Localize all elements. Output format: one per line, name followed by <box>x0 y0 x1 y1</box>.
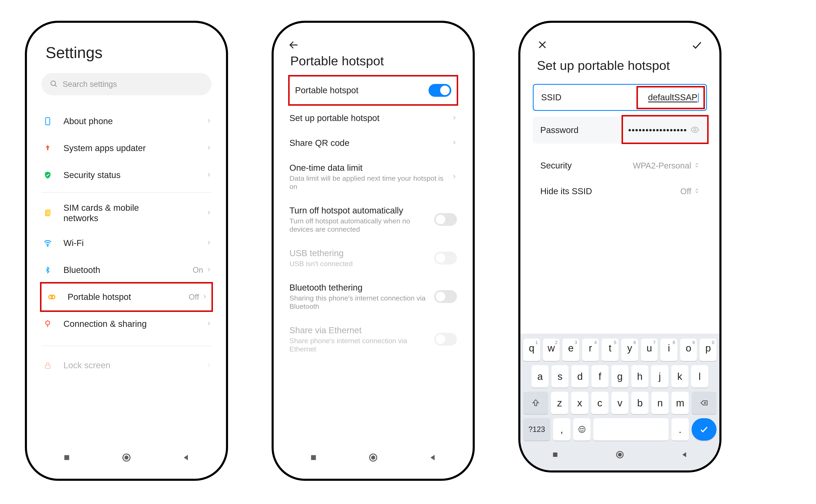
key-y[interactable]: y6 <box>621 339 638 361</box>
key-s[interactable]: s <box>552 365 569 388</box>
ssid-value[interactable]: defaultSSAP <box>648 92 699 103</box>
hide-ssid-row[interactable]: Hide its SSID Off <box>533 181 707 202</box>
key-p[interactable]: p0 <box>700 339 717 361</box>
usb-tethering-toggle <box>434 252 457 264</box>
key-f[interactable]: f <box>592 365 609 388</box>
nav-home-icon[interactable] <box>122 453 131 463</box>
eye-icon[interactable] <box>690 125 700 135</box>
key-e[interactable]: e3 <box>563 339 579 361</box>
key-r[interactable]: r4 <box>582 339 599 361</box>
key-q[interactable]: q1 <box>523 339 540 361</box>
back-button[interactable] <box>288 39 458 51</box>
key-n[interactable]: n <box>651 392 669 414</box>
row-hotspot-toggle[interactable]: Portable hotspot <box>290 76 457 104</box>
ethernet-toggle <box>434 333 457 346</box>
nav-recent-icon[interactable] <box>309 453 317 463</box>
key-b[interactable]: b <box>631 392 649 414</box>
row-one-time-limit[interactable]: One-time data limit Data limit will be a… <box>284 155 462 198</box>
nav-home-icon[interactable] <box>368 453 378 463</box>
hotspot-icon <box>46 292 58 302</box>
key-d[interactable]: d <box>571 365 588 388</box>
row-label: Security status <box>63 170 206 180</box>
close-button[interactable] <box>537 39 548 52</box>
space-key[interactable] <box>593 418 669 441</box>
nav-recent-icon[interactable] <box>63 453 71 463</box>
row-label: System apps updater <box>63 143 206 153</box>
key-o[interactable]: o9 <box>680 339 697 361</box>
key-h[interactable]: h <box>631 365 648 388</box>
hotspot-toggle[interactable] <box>429 84 451 97</box>
row-bluetooth-tethering[interactable]: Bluetooth tethering Sharing this phone's… <box>284 275 462 318</box>
auto-off-toggle[interactable] <box>434 213 457 226</box>
row-label: Set up portable hotspot <box>289 113 452 123</box>
key-j[interactable]: j <box>651 365 668 388</box>
security-row[interactable]: Security WPA2-Personal <box>533 155 707 176</box>
confirm-button[interactable] <box>691 39 703 52</box>
svg-line-1 <box>55 85 57 87</box>
row-auto-off[interactable]: Turn off hotspot automatically Turn off … <box>284 198 462 241</box>
password-field[interactable]: Password ••••••••••••••••• <box>533 117 707 144</box>
svg-point-23 <box>583 428 583 429</box>
symbols-key[interactable]: ?123 <box>523 418 550 441</box>
nav-recent-icon[interactable] <box>552 451 559 459</box>
backspace-key[interactable] <box>692 392 717 414</box>
search-input[interactable]: Search settings <box>41 73 211 95</box>
row-portable-hotspot[interactable]: Portable hotspot Off <box>41 283 211 310</box>
key-v[interactable]: v <box>611 392 629 414</box>
row-share-qr[interactable]: Share QR code <box>284 131 462 155</box>
nav-back-icon[interactable] <box>681 451 688 459</box>
ssid-field[interactable]: SSID defaultSSAP <box>533 84 707 111</box>
search-placeholder: Search settings <box>63 80 117 89</box>
emoji-key[interactable] <box>573 418 591 441</box>
row-lock-screen-peek[interactable]: Lock screen <box>37 352 216 379</box>
key-w[interactable]: w2 <box>543 339 560 361</box>
comma-key[interactable]: , <box>553 418 570 441</box>
row-about-phone[interactable]: About phone <box>37 108 216 135</box>
row-label: Bluetooth tethering <box>289 283 434 293</box>
bt-tethering-toggle[interactable] <box>434 290 457 303</box>
svg-rect-9 <box>64 455 69 460</box>
key-a[interactable]: a <box>532 365 549 388</box>
row-security-status[interactable]: Security status <box>37 162 216 189</box>
period-key[interactable]: . <box>672 418 689 441</box>
onscreen-keyboard: q1w2e3r4t5y6u7i8o9p0 asdfghjkl zxcvbnm ?… <box>520 334 719 470</box>
chevron-right-icon <box>206 267 211 273</box>
enter-key[interactable] <box>692 418 717 441</box>
hide-ssid-value: Off <box>680 187 691 196</box>
field-label: Password <box>540 125 579 135</box>
row-setup-hotspot[interactable]: Set up portable hotspot <box>284 106 462 131</box>
row-sublabel: Share phone's internet connection via Et… <box>289 337 434 353</box>
row-label: Share via Ethernet <box>289 325 434 335</box>
key-m[interactable]: m <box>672 392 689 414</box>
row-connection-sharing[interactable]: Connection & sharing <box>37 310 216 337</box>
chevron-right-icon <box>452 115 457 121</box>
key-i[interactable]: i8 <box>661 339 677 361</box>
password-value[interactable]: ••••••••••••••••• <box>628 125 687 135</box>
key-t[interactable]: t5 <box>602 339 619 361</box>
key-c[interactable]: c <box>591 392 609 414</box>
row-bluetooth[interactable]: Bluetooth On <box>37 257 216 283</box>
field-label: Security <box>540 161 633 171</box>
lock-icon <box>41 361 54 370</box>
row-wifi[interactable]: Wi-Fi <box>37 230 216 257</box>
sim-icon <box>41 208 54 218</box>
key-k[interactable]: k <box>671 365 688 388</box>
row-label: Lock screen <box>63 360 206 371</box>
key-x[interactable]: x <box>571 392 588 414</box>
shift-key[interactable] <box>523 392 548 414</box>
topbar <box>531 37 709 52</box>
row-system-updater[interactable]: System apps updater <box>37 135 216 162</box>
chevron-right-icon <box>206 172 211 178</box>
nav-back-icon[interactable] <box>182 453 190 463</box>
nav-back-icon[interactable] <box>429 453 437 463</box>
nav-home-icon[interactable] <box>616 450 624 460</box>
row-sim-cards[interactable]: SIM cards & mobile networks <box>37 196 216 230</box>
row-label: Connection & sharing <box>63 319 206 329</box>
chevron-right-icon <box>206 240 211 246</box>
key-l[interactable]: l <box>691 365 708 388</box>
key-u[interactable]: u7 <box>641 339 658 361</box>
svg-point-18 <box>694 129 696 131</box>
svg-point-21 <box>579 426 585 433</box>
key-g[interactable]: g <box>611 365 628 388</box>
key-z[interactable]: z <box>551 392 568 414</box>
